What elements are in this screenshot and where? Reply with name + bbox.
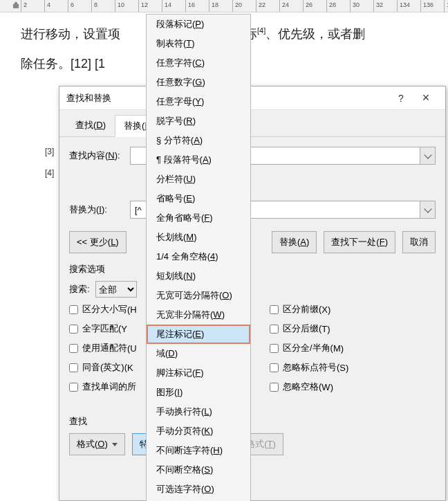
menu-item[interactable]: 脱字号(R) — [147, 111, 250, 131]
menu-item[interactable]: 无宽可选分隔符(O) — [147, 286, 250, 305]
search-direction-label: 搜索: — [69, 283, 90, 295]
menu-item[interactable]: 尾注标记(E) — [147, 325, 250, 344]
menu-item[interactable]: 无宽非分隔符(W) — [147, 305, 250, 325]
menu-item[interactable]: 分栏符(U) — [147, 170, 250, 189]
doc-text: 除任务。[12] [1 — [21, 57, 105, 71]
search-direction-select[interactable]: 全部 — [95, 281, 137, 298]
menu-item[interactable]: 段落标记(P) — [147, 15, 250, 34]
menu-item[interactable]: 1/4 全角空格(4) — [147, 247, 250, 266]
replace-label: 替换为(I): — [69, 203, 130, 216]
menu-item[interactable]: 任意字符(C) — [147, 53, 250, 73]
footnote-area: [3] [4] — [45, 141, 54, 184]
menu-item[interactable]: 不间断连字符(H) — [147, 441, 250, 460]
footnote-ref[interactable]: [4] — [257, 26, 265, 35]
tab-find[interactable]: 查找(D) — [66, 114, 115, 136]
footnote-ref: [4] — [45, 163, 54, 184]
replace-dropdown[interactable] — [420, 201, 436, 219]
menu-item[interactable]: 手动分页符(K) — [147, 421, 250, 441]
dialog-body: 查找内容(N): 替换为(I): << 更少(L) 替换(A) 查找下一处(F)… — [59, 137, 445, 407]
ruler: 2468101214161820222426283032134136138 — [0, 0, 448, 12]
find-next-button[interactable]: 查找下一处(F) — [324, 231, 395, 253]
menu-item[interactable]: 手动换行符(L) — [147, 402, 250, 421]
find-dropdown[interactable] — [420, 147, 436, 165]
search-options-label: 搜索选项 — [69, 263, 436, 275]
ignore-space-checkbox[interactable]: 忽略空格(W) — [270, 381, 436, 393]
dialog-footer: 查找 格式(O) 特殊格式(E) 不限定格式(T) — [59, 407, 445, 461]
help-button[interactable]: ? — [389, 93, 413, 104]
match-suffix-checkbox[interactable]: 区分后缀(T) — [270, 322, 436, 335]
titlebar: 查找和替换 ? × — [59, 86, 445, 110]
menu-item[interactable]: ¶ 段落符号(A) — [147, 150, 250, 170]
doc-text: 、优先级，或者删 — [265, 27, 365, 41]
footnote-ref: [3] — [45, 141, 54, 163]
doc-text: 进行移动，设置项 — [21, 27, 120, 41]
indent-marker[interactable] — [12, 1, 19, 10]
ignore-punct-checkbox[interactable]: 忽略标点符号(S) — [270, 361, 436, 374]
chevron-down-icon — [424, 151, 431, 158]
match-prefix-checkbox[interactable]: 区分前缀(X) — [270, 303, 436, 316]
find-label: 查找内容(N): — [69, 149, 130, 162]
tab-bar: 查找(D) 替换(P — [59, 110, 445, 137]
menu-item[interactable]: 全角省略号(F) — [147, 208, 250, 228]
menu-item[interactable]: 域(D) — [147, 344, 250, 363]
match-width-checkbox[interactable]: 区分全/半角(M) — [270, 342, 436, 354]
less-button[interactable]: << 更少(L) — [69, 231, 127, 253]
menu-item[interactable]: 长划线(M) — [147, 228, 250, 247]
menu-item[interactable]: 可选连字符(O) — [147, 480, 250, 499]
format-button[interactable]: 格式(O) — [69, 433, 125, 455]
menu-item[interactable]: 制表符(T) — [147, 34, 250, 53]
replace-all-button[interactable]: 替换(A) — [272, 231, 317, 253]
cancel-button[interactable]: 取消 — [402, 231, 436, 253]
menu-item[interactable]: 图形(I) — [147, 383, 250, 402]
footer-label: 查找 — [69, 415, 436, 428]
menu-item[interactable]: 脚注标记(F) — [147, 363, 250, 383]
menu-item[interactable]: 任意字母(Y) — [147, 92, 250, 111]
close-button[interactable]: × — [413, 91, 438, 105]
menu-item[interactable]: § 分节符(A) — [147, 131, 250, 150]
menu-item[interactable]: 省略号(E) — [147, 189, 250, 208]
menu-item[interactable]: 不间断空格(S) — [147, 460, 250, 480]
chevron-down-icon — [424, 205, 431, 212]
menu-item[interactable]: 短划线(N) — [147, 266, 250, 286]
find-replace-dialog: 查找和替换 ? × 查找(D) 替换(P 查找内容(N): 替换为(I): <<… — [59, 86, 446, 501]
menu-item[interactable]: 任意数字(G) — [147, 73, 250, 92]
special-format-menu: 段落标记(P)制表符(T)任意字符(C)任意数字(G)任意字母(Y)脱字号(R)… — [146, 14, 251, 501]
